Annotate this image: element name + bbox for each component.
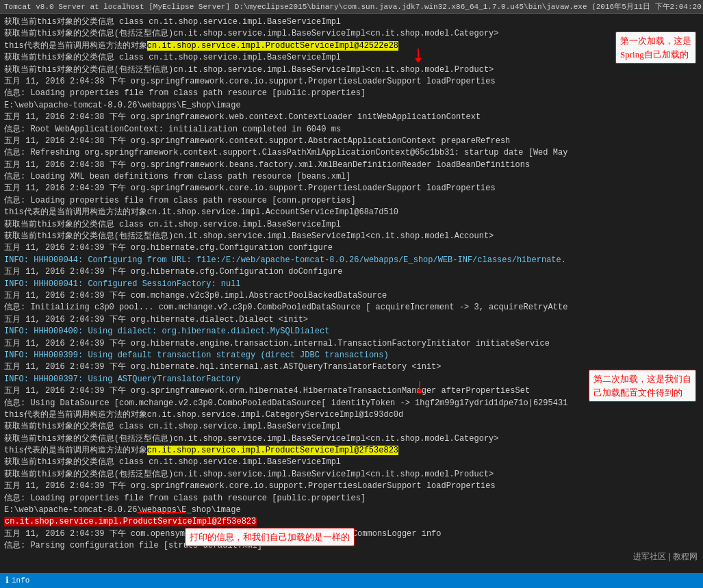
console-line-35: 获取当前this对象的父类信息 class cn.it.shop.service… [4, 421, 699, 433]
highlight-3: cn.it.shop.service.impl.ProductServiceIm… [4, 517, 257, 526]
console-line-39: 获取当前this对象的父类信息(包括泛型信息)cn.it.shop.servic… [4, 469, 699, 481]
watermark-text: 进军社区 | 教程网 [633, 552, 698, 561]
console-line-25: 信息: Initializing c3p0 pool... com.mchang… [4, 302, 699, 314]
console-line-34: this代表的是当前调用构造方法的对象cn.it.shop.service.im… [4, 409, 699, 421]
title-text: Tomcat v8.0 Server at localhost [MyEclip… [4, 3, 703, 11]
arrow-line-3 [137, 512, 185, 513]
console-line-19: 获取当前this对象的父类信息(包括泛型信息)cn.it.shop.servic… [4, 231, 699, 242]
annotation-second-text: 第二次加载，这是我们自己加载配置文件得到的 [593, 374, 691, 398]
console-line-13: 五月 11, 2016 2:04:38 下午 org.springframewo… [4, 159, 699, 171]
console-line-2: 获取当前this对象的父类信息(包括泛型信息)cn.it.shop.servic… [4, 28, 699, 40]
bottom-bar: ℹ info [0, 573, 703, 588]
highlight-1: cn.it.shop.service.impl.ProductServiceIm… [147, 41, 398, 51]
console-line-36: 获取当前this对象的父类信息(包括泛型信息)cn.it.shop.servic… [4, 433, 699, 445]
highlight-2: cn.it.shop.service.impl.ProductServiceIm… [147, 446, 398, 455]
console-line-38: 获取当前this对象的父类信息 class cn.it.shop.service… [4, 457, 699, 468]
console-line-14: 信息: Loading XML bean definitions from cl… [4, 171, 699, 183]
console-line-9: 五月 11, 2016 2:04:38 下午 org.springframewo… [4, 112, 699, 123]
console-line-17: this代表的是当前调用构造方法的对象cn.it.shop.service.im… [4, 207, 699, 218]
watermark: 进军社区 | 教程网 [633, 551, 698, 563]
console-line-29: INFO: HHH000399: Using default transacti… [4, 350, 699, 361]
info-label: info [12, 576, 29, 585]
console-line-41: 信息: Loading properties file from class p… [4, 493, 699, 504]
info-icon: ℹ [5, 575, 9, 586]
console-line-20: 五月 11, 2016 2:04:39 下午 org.hibernate.cfg… [4, 242, 699, 254]
annotation-first-text: 第一次加载，这是Spring自己加载的 [620, 36, 691, 60]
console-line-21: INFO: HHH000044: Configuring from URL: f… [4, 255, 699, 266]
console-line-23: INFO: HHH000041: Configured SessionFacto… [4, 279, 699, 290]
arrow-head-1 [415, 58, 422, 63]
console-line-5: 获取当前this对象的父类信息(包括泛型信息)cn.it.shop.servic… [4, 64, 699, 76]
annotation-third: 打印的信息，和我们自己加载的是一样的 [185, 528, 355, 547]
title-bar: Tomcat v8.0 Server at localhost [MyEclip… [0, 0, 703, 14]
console-line-28: 五月 11, 2016 2:04:39 下午 org.hibernate.eng… [4, 338, 699, 350]
console-line-42: E:\web\apache-tomcat-8.0.26\webapps\E_sh… [4, 504, 699, 516]
console-line-27: INFO: HHH000400: Using dialect: org.hibe… [4, 326, 699, 337]
console-line-7: 信息: Loading properties file from class p… [4, 88, 699, 99]
console-line-43: cn.it.shop.service.impl.ProductServiceIm… [4, 516, 699, 528]
console-line-18: 获取当前this对象的父类信息 class cn.it.shop.service… [4, 219, 699, 231]
console-line-10: 信息: Root WebApplicationContext: initiali… [4, 124, 699, 136]
annotation-third-text: 打印的信息，和我们自己加载的是一样的 [190, 532, 350, 542]
console-line-24: 五月 11, 2016 2:04:39 下午 com.mchange.v2c3p… [4, 290, 699, 302]
console-area: 获取当前this对象的父类信息 class cn.it.shop.service… [0, 14, 703, 582]
annotation-first-load: 第一次加载，这是Spring自己加载的 [615, 31, 696, 64]
annotation-second-load: 第二次加载，这是我们自己加载配置文件得到的 [589, 370, 696, 402]
console-line-3: this代表的是当前调用构造方法的对象cn.it.shop.service.im… [4, 40, 699, 52]
console-line-40: 五月 11, 2016 2:04:39 下午 org.springframewo… [4, 481, 699, 492]
console-line-22: 五月 11, 2016 2:04:39 下午 org.hibernate.cfg… [4, 266, 699, 278]
console-line-6: 五月 11, 2016 2:04:38 下午 org.springframewo… [4, 76, 699, 88]
status-info-item[interactable]: ℹ info [5, 575, 29, 586]
console-line-4: 获取当前this对象的父类信息 class cn.it.shop.service… [4, 52, 699, 64]
arrow-head-2 [416, 389, 423, 394]
console-line-16: 信息: Loading properties file from class p… [4, 195, 699, 207]
console-line-37: this代表的是当前调用构造方法的对象cn.it.shop.service.im… [4, 445, 699, 457]
console-line-1: 获取当前this对象的父类信息 class cn.it.shop.service… [4, 16, 699, 28]
console-line-8: E:\web\apache-tomcat-8.0.26\webapps\E_sh… [4, 100, 699, 112]
console-line-15: 五月 11, 2016 2:04:39 下午 org.springframewo… [4, 183, 699, 194]
console-line-12: 信息: Refreshing org.springframework.conte… [4, 147, 699, 159]
console-line-26: 五月 11, 2016 2:04:39 下午 org.hibernate.dia… [4, 314, 699, 326]
console-line-11: 五月 11, 2016 2:04:38 下午 org.springframewo… [4, 136, 699, 147]
